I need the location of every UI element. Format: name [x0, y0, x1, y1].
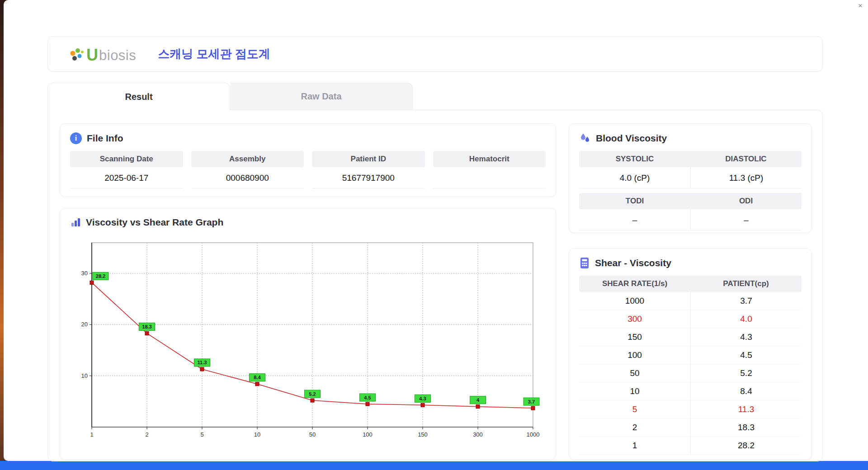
file-info-header: i File Info	[60, 124, 556, 151]
header-card: U biosis 스캐닝 모세관 점도계	[47, 36, 823, 72]
shear-rate-cell: 1000	[579, 292, 690, 310]
graph-header: Viscosity vs Shear Rate Graph	[60, 208, 556, 235]
systolic-label: SYSTOLIC	[579, 155, 690, 164]
field-label: Patient ID	[312, 151, 425, 167]
table-row: 50 5.2	[579, 364, 802, 382]
desktop: × U biosis 스캐닝 모세관 점도계 Res	[0, 0, 868, 470]
shear-table-header: SHEAR RATE(1/s) PATIENT(cp)	[579, 276, 802, 292]
blood-viscosity-labels-row2: TODI ODI	[579, 193, 802, 209]
patient-cell: 28.2	[690, 437, 802, 454]
field-value	[433, 167, 546, 188]
svg-text:50: 50	[309, 431, 316, 438]
shear-viscosity-title: Shear - Viscosity	[595, 258, 671, 268]
svg-text:2: 2	[145, 431, 148, 438]
svg-text:28.2: 28.2	[96, 273, 105, 279]
file-info-title: File Info	[87, 133, 123, 144]
file-info-card: i File Info Scanning Date 2025-06-17 Ass…	[60, 123, 556, 197]
field-value: 000680900	[191, 167, 304, 188]
shear-rate-cell: 100	[579, 346, 690, 364]
tab-bar: Result Raw Data	[47, 83, 413, 110]
shear-rate-cell: 150	[579, 328, 690, 346]
odi-value: –	[690, 209, 802, 230]
viscosity-graph-card: Viscosity vs Shear Rate Graph 1020301251…	[60, 208, 556, 460]
app-window: × U biosis 스캐닝 모세관 점도계 Res	[4, 0, 868, 461]
field-assembly: Assembly 000680900	[191, 151, 304, 188]
shear-table-body: 1000 3.7 300 4.0 150 4.3 100 4.5	[579, 292, 802, 455]
svg-text:18.3: 18.3	[142, 324, 151, 329]
svg-text:30: 30	[81, 270, 88, 277]
taskbar[interactable]	[0, 461, 868, 470]
ubiosis-logo: U biosis	[68, 45, 136, 63]
svg-text:5: 5	[200, 431, 203, 438]
tab-raw-data[interactable]: Raw Data	[230, 83, 413, 110]
content-panel: i File Info Scanning Date 2025-06-17 Ass…	[47, 110, 823, 461]
shear-rate-cell: 50	[579, 364, 690, 382]
patient-cell: 11.3	[690, 400, 802, 418]
file-info-fields: Scanning Date 2025-06-17 Assembly 000680…	[60, 151, 556, 188]
patient-cell: 3.7	[690, 292, 802, 310]
systolic-value: 4.0 (cP)	[579, 167, 690, 188]
info-icon: i	[70, 132, 82, 144]
shear-rate-cell: 5	[579, 400, 690, 418]
field-hematocrit: Hematocrit	[433, 151, 546, 188]
field-scanning-date: Scanning Date 2025-06-17	[70, 151, 183, 188]
logo-text: biosis	[99, 48, 136, 63]
table-row: 1000 3.7	[579, 292, 802, 310]
svg-text:11.3: 11.3	[198, 360, 207, 365]
table-row: 1 28.2	[579, 437, 802, 455]
svg-text:100: 100	[363, 431, 373, 438]
logo-dots-icon	[68, 45, 85, 63]
svg-text:300: 300	[473, 431, 483, 438]
svg-text:10: 10	[254, 431, 260, 438]
svg-text:4.5: 4.5	[364, 395, 371, 400]
shear-viscosity-card: Shear - Viscosity SHEAR RATE(1/s) PATIEN…	[569, 248, 812, 460]
blood-viscosity-header: Blood Viscosity	[569, 124, 811, 151]
todi-value: –	[579, 209, 690, 230]
shear-rate-cell: 300	[579, 310, 690, 328]
table-row: 150 4.3	[579, 328, 802, 346]
field-value: 2025-06-17	[70, 167, 183, 188]
field-label: Scanning Date	[70, 151, 183, 167]
tab-result[interactable]: Result	[47, 83, 230, 110]
patient-cell: 4.5	[690, 346, 802, 364]
logo-letter-u: U	[86, 47, 98, 63]
droplets-icon	[579, 132, 591, 144]
graph-title: Viscosity vs Shear Rate Graph	[86, 217, 223, 228]
patient-cell: 5.2	[690, 364, 802, 382]
column-shear-rate: SHEAR RATE(1/s)	[579, 279, 690, 288]
patient-cell: 4.3	[690, 328, 802, 346]
svg-text:1: 1	[90, 431, 93, 438]
bar-chart-icon	[70, 217, 81, 228]
svg-text:150: 150	[418, 431, 428, 438]
svg-text:8.4: 8.4	[254, 375, 261, 380]
svg-text:4: 4	[476, 397, 480, 403]
viscosity-chart: 1020301251050100150300100028.218.311.38.…	[71, 235, 546, 448]
diastolic-value: 11.3 (cP)	[690, 167, 802, 188]
svg-text:10: 10	[81, 372, 88, 379]
blood-viscosity-labels-row1: SYSTOLIC DIASTOLIC	[579, 151, 802, 167]
field-label: Assembly	[191, 151, 304, 167]
patient-cell: 8.4	[690, 382, 802, 400]
table-row: 100 4.5	[579, 346, 802, 364]
diastolic-label: DIASTOLIC	[690, 155, 802, 164]
field-label: Hematocrit	[433, 151, 546, 167]
blood-viscosity-card: Blood Viscosity SYSTOLIC DIASTOLIC 4.0 (…	[569, 123, 812, 233]
patient-cell: 18.3	[690, 418, 802, 436]
shear-rate-cell: 2	[579, 418, 690, 436]
calculator-icon	[579, 257, 590, 269]
svg-text:5.2: 5.2	[309, 391, 316, 397]
patient-cell: 4.0	[690, 310, 802, 328]
field-patient-id: Patient ID 51677917900	[312, 151, 425, 188]
table-row: 2 18.3	[579, 418, 802, 437]
table-row: 300 4.0	[579, 310, 802, 328]
odi-label: ODI	[690, 197, 802, 206]
table-row: 5 11.3	[579, 400, 802, 418]
svg-text:1000: 1000	[527, 431, 540, 438]
close-icon[interactable]: ×	[858, 2, 863, 9]
blood-viscosity-values-row2: – –	[579, 209, 802, 230]
todi-label: TODI	[579, 197, 690, 206]
svg-text:3.7: 3.7	[528, 399, 535, 404]
shear-rate-cell: 1	[579, 437, 690, 454]
svg-text:20: 20	[81, 321, 88, 328]
page-title: 스캐닝 모세관 점도계	[158, 46, 270, 62]
